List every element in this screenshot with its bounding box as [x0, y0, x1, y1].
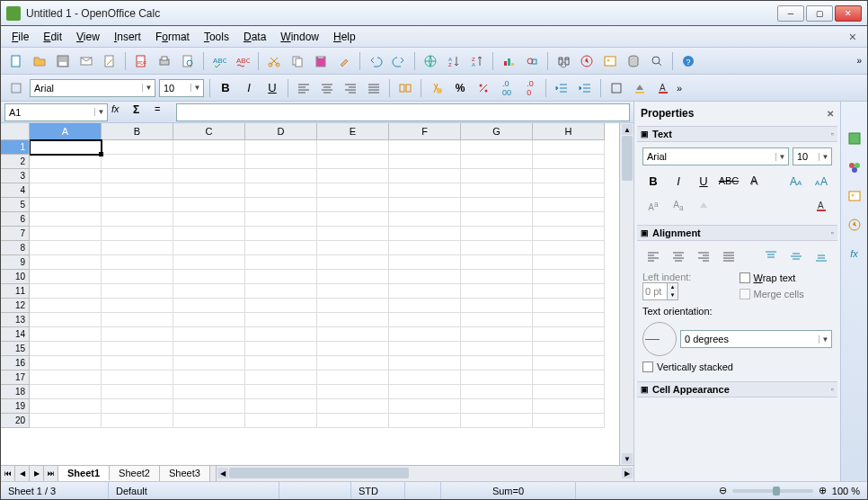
cell[interactable]	[173, 241, 245, 255]
cell[interactable]	[30, 414, 102, 428]
zoom-in-icon[interactable]: ⊕	[819, 485, 827, 496]
cell[interactable]	[533, 356, 605, 371]
delete-decimal-icon[interactable]: .00	[520, 78, 540, 98]
cell[interactable]	[461, 299, 533, 313]
navigator-icon[interactable]	[577, 51, 597, 71]
cell[interactable]	[461, 169, 533, 183]
cell[interactable]	[317, 313, 389, 327]
cell[interactable]	[389, 227, 461, 241]
cell[interactable]	[533, 284, 605, 299]
italic-icon[interactable]: I	[239, 78, 259, 98]
cell[interactable]	[389, 342, 461, 356]
cell[interactable]	[173, 140, 245, 155]
cell[interactable]	[245, 169, 317, 183]
cell[interactable]	[317, 155, 389, 169]
cell[interactable]	[245, 284, 317, 299]
cell[interactable]	[533, 313, 605, 327]
cell[interactable]	[245, 342, 317, 356]
cell[interactable]	[30, 255, 102, 270]
cell[interactable]	[173, 299, 245, 313]
cell[interactable]	[533, 371, 605, 385]
horizontal-scrollbar[interactable]: ◀ ▶	[216, 466, 633, 481]
equals-icon[interactable]: =	[155, 103, 173, 121]
sum-icon[interactable]: Σ	[133, 103, 151, 121]
cell[interactable]	[245, 140, 317, 155]
chevron-down-icon[interactable]: ▼	[142, 84, 155, 92]
format-paintbrush-icon[interactable]	[334, 51, 354, 71]
sheet-tab[interactable]: Sheet2	[110, 466, 160, 481]
cell-appearance-section-header[interactable]: ▣ Cell Appearance ▫	[637, 381, 837, 397]
cell[interactable]	[30, 227, 102, 241]
chart-icon[interactable]	[499, 51, 518, 71]
cell[interactable]	[317, 327, 389, 342]
chevron-down-icon[interactable]: ▼	[819, 153, 831, 161]
cell[interactable]	[461, 399, 533, 414]
row-header[interactable]: 8	[1, 241, 30, 255]
close-button[interactable]: ✕	[835, 5, 862, 22]
find-icon[interactable]	[554, 51, 573, 71]
cell[interactable]	[102, 212, 173, 227]
cell[interactable]	[102, 385, 173, 399]
row-header[interactable]: 20	[1, 414, 30, 428]
export-pdf-icon[interactable]: PDF	[131, 51, 151, 71]
cell[interactable]	[461, 385, 533, 399]
toolbar-overflow-icon[interactable]: »	[677, 83, 682, 94]
orientation-dial[interactable]	[642, 322, 677, 356]
merge-cells-checkbox[interactable]: Merge cells	[740, 289, 833, 299]
formula-input[interactable]	[177, 107, 629, 118]
cell[interactable]	[30, 183, 102, 198]
orientation-combo[interactable]: ▼	[680, 330, 832, 348]
cell[interactable]	[173, 212, 245, 227]
sort-asc-icon[interactable]: AZ	[444, 51, 464, 71]
percent-icon[interactable]: %	[450, 78, 470, 98]
scroll-thumb[interactable]	[622, 136, 633, 181]
cell[interactable]	[245, 241, 317, 255]
menu-edit[interactable]: Edit	[36, 29, 69, 45]
row-header[interactable]: 16	[1, 356, 30, 371]
cell[interactable]	[461, 371, 533, 385]
column-header[interactable]: G	[461, 123, 533, 140]
cell[interactable]	[102, 327, 173, 342]
cell[interactable]	[30, 284, 102, 299]
column-header[interactable]: B	[102, 123, 173, 140]
shadow-icon[interactable]: A	[743, 171, 765, 191]
cell[interactable]	[461, 140, 533, 155]
cell[interactable]	[317, 414, 389, 428]
cell[interactable]	[461, 284, 533, 299]
font-size-combo[interactable]: ▼	[159, 79, 204, 97]
column-header[interactable]: C	[173, 123, 245, 140]
cell[interactable]	[317, 299, 389, 313]
cell[interactable]	[173, 270, 245, 284]
cell[interactable]	[245, 414, 317, 428]
tab-first-icon[interactable]: ⏮	[1, 466, 15, 481]
scroll-thumb[interactable]	[229, 468, 409, 478]
collapse-icon[interactable]: ▣	[641, 129, 649, 138]
cell[interactable]	[389, 198, 461, 212]
cell[interactable]	[389, 371, 461, 385]
cell[interactable]	[245, 270, 317, 284]
properties-tab-icon[interactable]	[845, 129, 864, 148]
name-box[interactable]: ▼	[4, 103, 108, 121]
cell[interactable]	[173, 155, 245, 169]
cell[interactable]	[102, 255, 173, 270]
cell[interactable]	[30, 241, 102, 255]
cell[interactable]	[317, 284, 389, 299]
chevron-down-icon[interactable]: ▼	[775, 153, 788, 161]
cell[interactable]	[317, 255, 389, 270]
cell[interactable]	[317, 227, 389, 241]
cell[interactable]	[461, 327, 533, 342]
cell[interactable]	[461, 356, 533, 371]
cell[interactable]	[30, 299, 102, 313]
print-icon[interactable]	[155, 51, 174, 71]
cell[interactable]	[389, 327, 461, 342]
cell[interactable]	[30, 342, 102, 356]
cell[interactable]	[173, 342, 245, 356]
cell[interactable]	[245, 399, 317, 414]
scroll-right-icon[interactable]: ▶	[622, 468, 633, 478]
cell[interactable]	[461, 212, 533, 227]
cell[interactable]	[173, 356, 245, 371]
cell[interactable]	[102, 399, 173, 414]
font-size-input[interactable]	[160, 83, 190, 94]
cell[interactable]	[245, 371, 317, 385]
cell[interactable]	[533, 399, 605, 414]
